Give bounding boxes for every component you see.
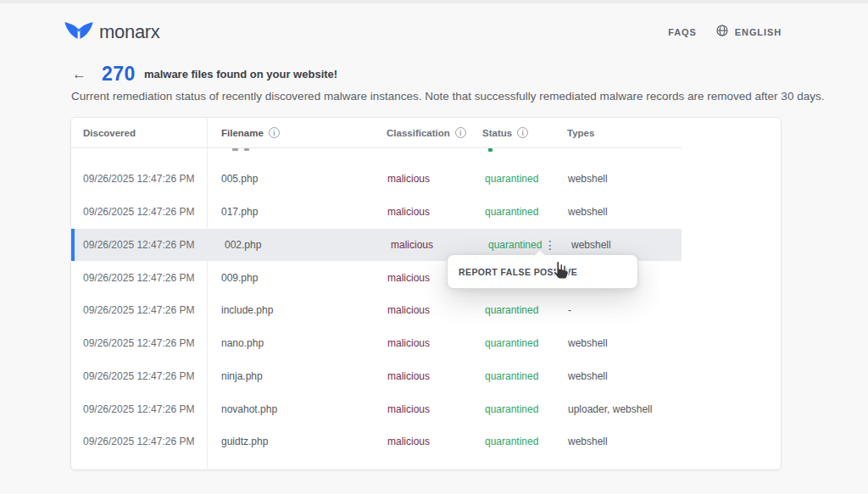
table-row[interactable]: 09/26/2025 12:47:26 PM ninja.php malicio…	[71, 360, 682, 393]
cell-status: quarantined ⋮	[482, 304, 567, 316]
header-nav: FAQS ENGLISH	[668, 24, 782, 41]
cell-filename: nano.php	[207, 337, 387, 349]
window-top-edge	[0, 0, 868, 3]
filename-info-icon[interactable]: i	[269, 127, 280, 138]
cell-filename: 009.php	[207, 272, 387, 284]
brand-name: monarx	[99, 21, 160, 43]
brand-logo[interactable]: monarx	[64, 19, 160, 45]
cell-types: webshell	[567, 370, 682, 382]
clipped-text-fragment	[232, 148, 238, 151]
column-header-classification: Classification i	[387, 127, 482, 138]
cell-filename: include.php	[207, 304, 387, 316]
cell-types: uploader, webshell	[567, 403, 682, 415]
cell-classification: malicious	[387, 337, 482, 349]
table-row[interactable]: 09/26/2025 12:47:26 PM include.php malic…	[71, 294, 682, 327]
cell-filename: 017.php	[207, 206, 387, 218]
page-title-row: ← 270 malware files found on your websit…	[72, 63, 337, 86]
status-info-icon[interactable]: i	[517, 127, 528, 138]
cell-discovered: 09/26/2025 12:47:26 PM	[75, 239, 210, 251]
cell-classification: malicious	[387, 304, 482, 316]
cell-classification: malicious	[387, 370, 482, 382]
cell-discovered: 09/26/2025 12:47:26 PM	[71, 337, 207, 349]
table-row[interactable]: 09/26/2025 12:47:26 PM guidtz.php malici…	[71, 425, 682, 458]
app-header: monarx FAQS ENGLISH	[64, 12, 782, 53]
row-context-menu: REPORT FALSE POSITIVE	[447, 254, 638, 289]
table-row[interactable]: 09/26/2025 12:47:26 PM 005.php malicious…	[71, 163, 682, 196]
cell-filename: ninja.php	[207, 370, 387, 382]
cell-discovered: 09/26/2025 12:47:26 PM	[71, 403, 207, 415]
cell-discovered: 09/26/2025 12:47:26 PM	[71, 436, 207, 447]
column-header-status: Status i	[482, 127, 567, 138]
cell-types: webshell	[570, 239, 685, 251]
cell-status: quarantined ⋮	[486, 239, 570, 251]
clipped-row	[71, 148, 682, 163]
cell-status: quarantined ⋮	[482, 436, 567, 447]
row-menu-icon[interactable]: ⋮	[542, 238, 559, 252]
cell-types: webshell	[567, 206, 682, 218]
cell-filename: novahot.php	[207, 403, 387, 415]
cell-filename: 005.php	[207, 173, 387, 185]
cell-discovered: 09/26/2025 12:47:26 PM	[71, 370, 207, 382]
column-header-filename: Filename i	[207, 127, 387, 138]
cell-classification: malicious	[387, 436, 482, 447]
cell-filename: guidtz.php	[207, 436, 387, 447]
language-switcher[interactable]: ENGLISH	[715, 24, 782, 41]
cell-discovered: 09/26/2025 12:47:26 PM	[71, 304, 207, 316]
cell-discovered: 09/26/2025 12:47:26 PM	[71, 206, 207, 218]
monarx-butterfly-icon	[64, 19, 94, 45]
cell-status: quarantined ⋮	[482, 337, 567, 349]
cell-discovered: 09/26/2025 12:47:26 PM	[71, 173, 207, 185]
hand-cursor-icon	[551, 259, 571, 285]
cell-types: webshell	[567, 337, 682, 349]
page-headline: malware files found on your website!	[144, 68, 337, 80]
cell-classification: malicious	[390, 239, 486, 251]
table-header-row: Discovered Filename i Classification i S…	[71, 118, 682, 148]
clipped-text-fragment	[488, 148, 492, 152]
table-row[interactable]: 09/26/2025 12:47:26 PM 017.php malicious…	[71, 196, 682, 229]
page-description: Current remediation status of recently d…	[71, 90, 824, 103]
cell-filename: 002.php	[210, 239, 390, 251]
malware-count: 270	[102, 63, 136, 86]
cell-status: quarantined ⋮	[482, 206, 567, 218]
column-header-discovered: Discovered	[71, 128, 207, 138]
language-label: ENGLISH	[735, 27, 782, 37]
back-arrow-icon[interactable]: ←	[72, 67, 86, 81]
cell-discovered: 09/26/2025 12:47:26 PM	[71, 272, 207, 284]
column-header-types: Types	[567, 128, 682, 138]
cell-types: webshell	[567, 173, 682, 185]
globe-icon	[715, 24, 729, 41]
table-row[interactable]: 09/26/2025 12:47:26 PM novahot.php malic…	[71, 392, 682, 425]
cell-classification: malicious	[387, 206, 482, 218]
cell-types: -	[567, 304, 682, 316]
cell-status: quarantined ⋮	[482, 403, 567, 415]
cell-status: quarantined ⋮	[482, 173, 567, 185]
classification-info-icon[interactable]: i	[455, 127, 466, 138]
cell-types: webshell	[567, 436, 682, 447]
table-body: 09/26/2025 12:47:26 PM 005.php malicious…	[71, 163, 682, 458]
cell-classification: malicious	[387, 173, 482, 185]
clipped-text-fragment	[244, 148, 249, 151]
cell-status: quarantined ⋮	[482, 370, 567, 382]
faqs-link[interactable]: FAQS	[668, 27, 697, 37]
cell-classification: malicious	[387, 403, 482, 415]
malware-table-card: Discovered Filename i Classification i S…	[70, 117, 782, 470]
table-row[interactable]: 09/26/2025 12:47:26 PM nano.php maliciou…	[71, 327, 682, 360]
